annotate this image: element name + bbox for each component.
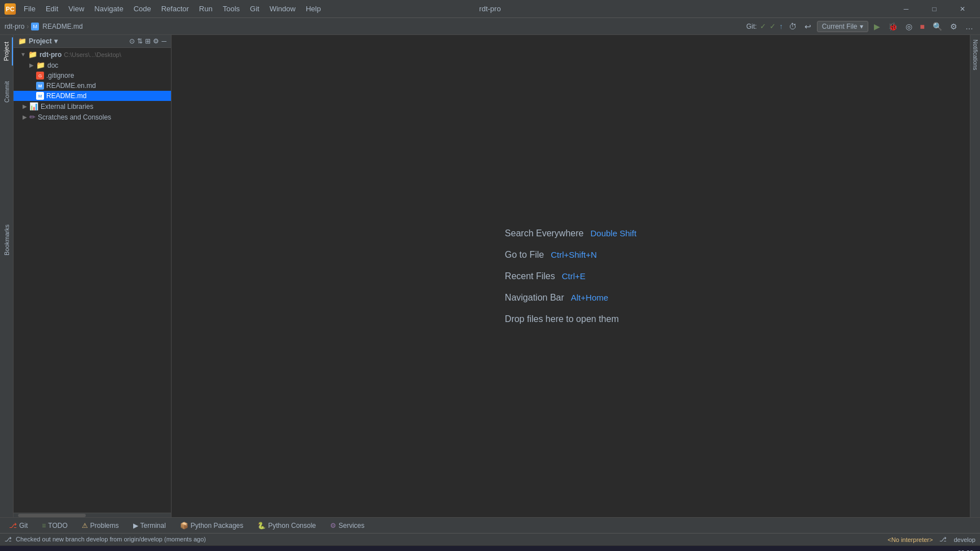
tab-packages[interactable]: 📦 Python Packages [173, 519, 251, 532]
git-tab-icon: ⎇ [9, 522, 17, 530]
project-header: 📁 Project ▾ ⊙ ⇅ ⊞ ⚙ ─ [14, 35, 171, 48]
menu-tools[interactable]: Tools [218, 3, 244, 14]
tab-terminal[interactable]: ▶ Terminal [126, 519, 173, 532]
menu-window[interactable]: Window [265, 3, 300, 14]
breadcrumb-separator: › [27, 23, 29, 30]
ext-libs-label: External Libraries [41, 103, 93, 111]
notification-panel: Notifications [970, 35, 980, 517]
readme-label: README.md [46, 92, 86, 100]
status-text: Checked out new branch develop from orig… [16, 536, 206, 543]
menu-navigate[interactable]: Navigate [90, 3, 128, 14]
menu-run[interactable]: Run [195, 3, 217, 14]
project-tree: ▼ 📁 rdt-pro C:\Users\...\Desktop\ ▶ 📁 do… [14, 48, 171, 513]
close-panel-icon[interactable]: ─ [161, 37, 166, 45]
todo-tab-label: TODO [48, 522, 67, 530]
coverage-icon[interactable]: ◎ [903, 21, 915, 32]
sort-icon[interactable]: ⇅ [137, 37, 143, 45]
tab-problems[interactable]: ⚠ Problems [75, 519, 126, 532]
search-action: Search Everywhere [505, 228, 584, 239]
search-icon[interactable]: 🔍 [930, 21, 944, 32]
locate-icon[interactable]: ⊙ [129, 37, 135, 45]
git-check2-icon: ✓ [770, 22, 776, 30]
root-path: C:\Users\...\Desktop\ [64, 51, 121, 58]
notifications-label[interactable]: Notifications [971, 35, 979, 74]
menu-view[interactable]: View [64, 3, 89, 14]
run-config[interactable]: Current File ▾ [817, 21, 868, 32]
menu-edit[interactable]: Edit [41, 3, 63, 14]
menu-code[interactable]: Code [129, 3, 156, 14]
editor-welcome: Search Everywhere Double Shift Go to Fil… [505, 228, 636, 324]
settings-icon[interactable]: ⚙ [153, 37, 159, 45]
git-check-icon: ✓ [760, 22, 766, 30]
left-sidebar-tabs: Project Commit Bookmarks [0, 35, 14, 517]
readme-icon: M [36, 92, 44, 100]
taskbar-pycharm[interactable]: PC [126, 546, 149, 552]
menu-help[interactable]: Help [301, 3, 326, 14]
terminal-tab-label: Terminal [140, 522, 166, 530]
app-icon: PC [5, 3, 16, 15]
taskbar-right: 中 22:32 2022/10/10 [933, 549, 978, 551]
tab-pyconsole[interactable]: 🐍 Python Console [251, 519, 323, 532]
expand-icon[interactable]: ⊞ [145, 37, 151, 45]
scratches-label: Scratches and Consoles [38, 113, 111, 121]
tree-item-scratches[interactable]: ▶ ✏ Scratches and Consoles [14, 112, 171, 122]
todo-tab-icon: ≡ [42, 522, 46, 530]
file-icon: M [31, 23, 39, 30]
breadcrumb: rdt-pro › M README.md [5, 23, 83, 30]
readme-en-icon: M [36, 82, 44, 90]
history-icon[interactable]: ⏱ [786, 21, 799, 32]
close-button[interactable]: ✕ [950, 0, 975, 18]
branch-name[interactable]: develop [953, 536, 975, 543]
rollback-icon[interactable]: ↩ [802, 21, 814, 32]
tab-services[interactable]: ⚙ Services [323, 519, 372, 532]
taskbar-edge[interactable]: 🌐 [77, 546, 99, 552]
search-shortcut: Double Shift [590, 228, 636, 238]
tree-item-readme-en[interactable]: M README.en.md [14, 81, 171, 91]
project-dropdown-icon[interactable]: ▾ [54, 37, 58, 45]
services-tab-icon: ⚙ [330, 522, 336, 530]
menu-file[interactable]: File [19, 3, 40, 14]
taskbar-search[interactable]: 🔍 [27, 546, 50, 552]
taskbar-folder[interactable]: 📁 [102, 546, 124, 552]
tab-git[interactable]: ⎇ Git [2, 519, 35, 532]
debug-icon[interactable]: 🐞 [886, 21, 900, 32]
window-controls: ─ □ ✕ [893, 0, 975, 18]
minimize-button[interactable]: ─ [893, 0, 919, 18]
project-name[interactable]: rdt-pro [5, 23, 24, 30]
stop-icon[interactable]: ■ [918, 21, 927, 32]
sidebar-tab-commit[interactable]: Commit [1, 77, 12, 107]
sidebar-tab-project[interactable]: Project [1, 37, 13, 65]
status-message: ⎇ Checked out new branch develop from or… [5, 536, 887, 543]
taskbar-clock: 22:32 2022/10/10 [942, 549, 973, 551]
tree-item-doc[interactable]: ▶ 📁 doc [14, 60, 171, 70]
welcome-drop: Drop files here to open them [505, 314, 636, 324]
tree-item-gitignore[interactable]: G .gitignore [14, 70, 171, 81]
settings-icon[interactable]: ⚙ [948, 21, 960, 32]
no-interpreter[interactable]: <No interpreter> [887, 536, 933, 543]
tree-item-readme[interactable]: M README.md [14, 91, 171, 101]
scrollbar-thumb[interactable] [18, 514, 86, 517]
run-icon[interactable]: ▶ [872, 21, 882, 32]
drop-action: Drop files here to open them [505, 314, 619, 324]
clock-time: 22:32 [942, 549, 973, 551]
tab-todo[interactable]: ≡ TODO [35, 519, 74, 532]
menu-refactor[interactable]: Refactor [157, 3, 194, 14]
taskbar-explorer[interactable]: 🗂 [52, 546, 74, 552]
welcome-recent: Recent Files Ctrl+E [505, 271, 636, 281]
breadcrumb-file[interactable]: README.md [42, 23, 82, 30]
tree-root[interactable]: ▼ 📁 rdt-pro C:\Users\...\Desktop\ [14, 49, 171, 60]
doc-label: doc [47, 61, 58, 69]
pyconsole-tab-icon: 🐍 [257, 522, 266, 530]
git-branch-icon: ⎇ [5, 536, 12, 543]
menu-git[interactable]: Git [245, 3, 264, 14]
recent-shortcut: Ctrl+E [562, 271, 586, 281]
sidebar-tab-bookmarks[interactable]: Bookmarks [1, 220, 12, 260]
maximize-button[interactable]: □ [921, 0, 947, 18]
tree-item-ext-libs[interactable]: ▶ 📊 External Libraries [14, 101, 171, 112]
horizontal-scrollbar[interactable] [14, 513, 171, 517]
project-title: 📁 Project ▾ [18, 37, 127, 45]
more-icon[interactable]: … [963, 21, 975, 32]
welcome-goto: Go to File Ctrl+Shift+N [505, 250, 636, 260]
doc-folder-icon: 📁 [36, 61, 45, 69]
start-button[interactable] [2, 546, 25, 552]
